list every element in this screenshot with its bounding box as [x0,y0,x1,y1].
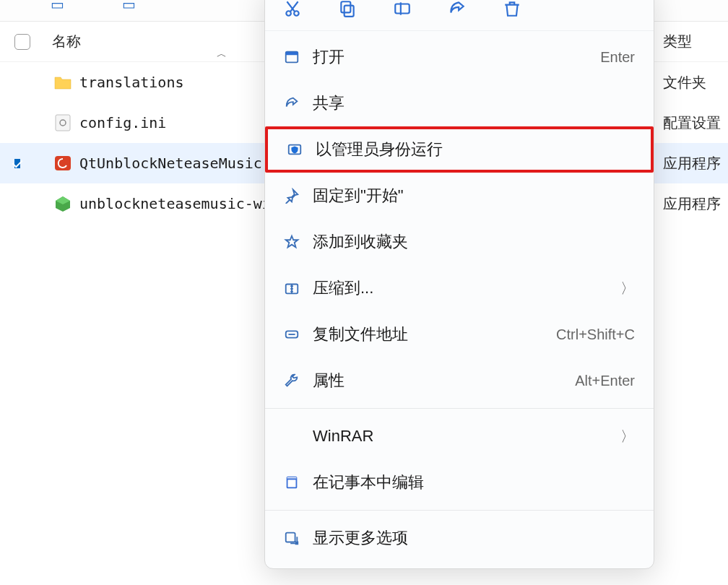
menu-item-compress[interactable]: 压缩到... 〉 [265,265,654,311]
menu-label: 共享 [313,92,635,114]
zip-icon [284,280,313,296]
menu-item-pin-start[interactable]: 固定到"开始" [265,173,654,219]
svg-rect-7 [344,5,354,16]
menu-item-open[interactable]: 打开 Enter [265,34,654,80]
folder-icon [52,75,74,90]
menu-item-run-as-admin[interactable]: 以管理员身份运行 [265,126,654,173]
svg-rect-9 [395,4,410,13]
menu-label: 属性 [313,370,575,391]
toolbar-icons: ▭ ▭ [51,0,136,13]
menu-label: 复制文件地址 [313,324,556,345]
toolbar-icon[interactable]: ▭ [51,0,64,13]
menu-label: 固定到"开始" [313,185,635,207]
menu-label: WinRAR [313,427,620,446]
menu-item-show-more[interactable]: 显示更多选项 [265,515,654,561]
wrench-icon [284,373,313,389]
file-type: 配置设置 [663,103,728,143]
menu-label: 打开 [313,46,600,68]
chevron-right-icon: 〉 [620,427,635,446]
more-options-icon [284,530,313,546]
type-column-pane: 类型 文件夹 配置设置 应用程序 应用程序 [663,22,728,585]
menu-item-add-favorite[interactable]: 添加到收藏夹 [265,219,654,265]
file-type: 应用程序 [663,183,728,224]
menu-label: 在记事本中编辑 [313,472,635,493]
app-icon [52,155,74,172]
delete-icon[interactable] [502,0,522,19]
file-type: 应用程序 [663,143,728,183]
svg-rect-16 [288,480,296,487]
menu-separator [265,510,654,511]
menu-item-properties[interactable]: 属性 Alt+Enter [265,358,654,404]
menu-accelerator: Ctrl+Shift+C [556,326,635,343]
menu-label: 显示更多选项 [313,527,635,549]
column-header-type[interactable]: 类型 [663,22,728,62]
context-action-bar [265,0,654,31]
cut-icon[interactable] [282,0,303,19]
chevron-right-icon: 〉 [620,279,635,298]
star-icon [284,234,313,250]
share-action-icon[interactable] [447,0,467,19]
menu-item-edit-notepad[interactable]: 在记事本中编辑 [265,459,654,506]
file-name: config.ini [79,114,166,131]
rename-icon[interactable] [392,0,412,19]
ini-file-icon [52,114,74,131]
copy-icon[interactable] [337,0,358,19]
share-icon [284,95,313,111]
file-type: 文件夹 [663,62,728,103]
select-all-checkbox[interactable] [14,34,30,50]
menu-label: 以管理员身份运行 [316,139,632,160]
column-label: 类型 [663,32,692,51]
menu-accelerator: Alt+Enter [575,373,635,389]
notepad-icon [284,474,313,490]
menu-item-share[interactable]: 共享 [265,80,654,126]
menu-accelerator: Enter [600,49,635,66]
svg-rect-0 [56,115,70,131]
menu-label: 压缩到... [313,277,620,299]
menu-item-winrar[interactable]: WinRAR 〉 [265,413,654,459]
sort-indicator-icon: ︿ [217,48,227,61]
svg-rect-17 [286,533,295,542]
menu-separator [265,408,654,409]
row-checkbox[interactable] [14,159,20,168]
file-name: QtUnblockNeteaseMusic.e [79,155,280,172]
toolbar-icon[interactable]: ▭ [122,0,136,13]
menu-label: 添加到收藏夹 [313,231,635,253]
svg-rect-11 [286,52,298,56]
file-name: translations [79,74,184,91]
context-menu: 打开 Enter 共享 以管理员身份运行 固定到"开始" 添加到收藏夹 压缩到.… [264,0,654,569]
svg-rect-8 [341,1,350,12]
column-label: 名称 [52,32,81,51]
shield-icon [287,142,316,157]
open-icon [284,49,313,65]
pin-icon [284,188,313,204]
file-name: unblockneteasemusic-win [79,195,280,212]
path-icon [284,326,313,342]
menu-item-copy-path[interactable]: 复制文件地址 Ctrl+Shift+C [265,311,654,358]
app-icon [52,195,74,212]
